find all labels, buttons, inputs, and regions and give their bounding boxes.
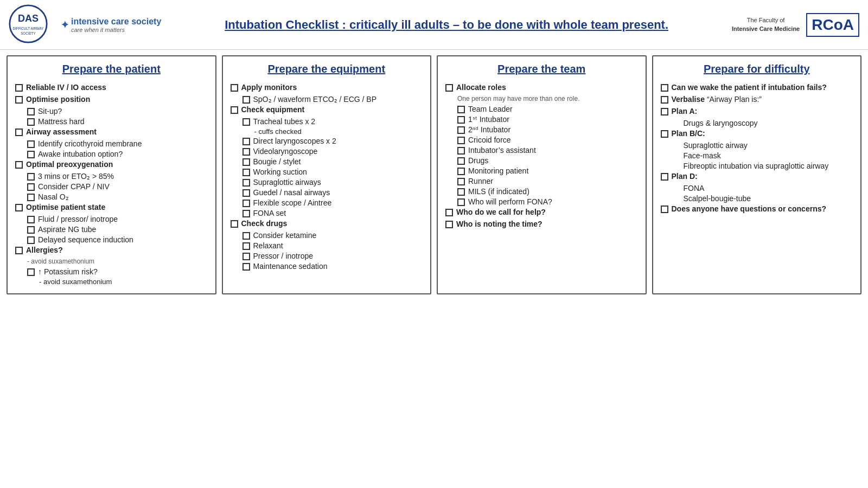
checkbox[interactable] [445, 209, 453, 216]
list-item: Who is noting the time? [445, 220, 638, 228]
list-item: Mattress hard [27, 117, 208, 126]
list-item: SpO₂ / waveform ETCO₂ / ECG / BP [242, 95, 423, 104]
item-note: - avoid suxamethonium [39, 278, 208, 286]
ics-logo: ✦ intensive care society care when it ma… [61, 17, 161, 33]
item-label: Bougie / stylet [253, 157, 301, 166]
item-label: Plan D: [672, 172, 698, 181]
list-item: ↑ Potassium risk? [27, 267, 208, 276]
checkbox[interactable] [661, 173, 668, 181]
svg-text:DIFFICULT AIRWAY: DIFFICULT AIRWAY [12, 27, 44, 30]
checkbox[interactable] [445, 84, 453, 92]
checkbox[interactable] [661, 130, 668, 138]
checkbox[interactable] [242, 253, 250, 260]
item-label: Sit-up? [38, 107, 62, 115]
checkbox[interactable] [27, 216, 35, 223]
checkbox[interactable] [242, 200, 250, 207]
checkbox[interactable] [15, 161, 23, 169]
section-box: Prepare the teamAllocate rolesOne person… [437, 55, 647, 294]
list-item: Supraglottic airways [242, 178, 423, 187]
checkbox[interactable] [457, 168, 465, 175]
list-item: Identify cricothyroid membrane [27, 139, 208, 148]
checkbox[interactable] [27, 173, 35, 181]
list-item: Runner [457, 177, 638, 185]
item-label: Delayed sequence induction [38, 235, 133, 244]
ics-icon: ✦ [61, 19, 69, 31]
checkbox[interactable] [15, 204, 23, 211]
item-label: Fluid / pressor/ inotrope [38, 215, 118, 223]
checkbox[interactable] [457, 137, 465, 144]
list-item: Fluid / pressor/ inotrope [27, 215, 208, 223]
list-item: Direct laryngoscopes x 2 [242, 137, 423, 145]
checkbox[interactable] [661, 108, 668, 115]
checkbox[interactable] [15, 96, 23, 104]
list-item-indent: - cuffs checked [254, 127, 423, 136]
checkbox[interactable] [661, 206, 668, 213]
rcoa-logo: RCoA [806, 13, 859, 37]
item-label: Face-mask [684, 151, 721, 160]
item-label: Consider ketamine [253, 231, 317, 240]
checkbox[interactable] [457, 116, 465, 124]
checkbox[interactable] [242, 169, 250, 176]
checkbox[interactable] [242, 138, 250, 145]
checkbox[interactable] [27, 183, 35, 191]
checkbox[interactable] [661, 84, 668, 92]
checkbox[interactable] [242, 96, 250, 104]
checkbox[interactable] [27, 226, 35, 234]
checkbox[interactable] [242, 118, 250, 126]
item-label: Intubator’s assistant [468, 146, 536, 155]
checkbox[interactable] [15, 129, 23, 136]
list-item: Relaxant [242, 241, 423, 250]
checkbox[interactable] [242, 232, 250, 240]
checkbox[interactable] [457, 147, 465, 155]
checkbox[interactable] [457, 178, 465, 185]
checkbox[interactable] [242, 242, 250, 250]
item-label: MILS (if indicated) [468, 187, 529, 196]
checkbox[interactable] [242, 148, 250, 156]
item-label: Runner [468, 177, 493, 185]
list-item: Sit-up? [27, 107, 208, 115]
checkbox[interactable] [27, 151, 35, 158]
list-item: Airway assessment [15, 127, 208, 136]
checkbox[interactable] [457, 188, 465, 196]
checkbox[interactable] [242, 179, 250, 187]
checkbox[interactable] [242, 210, 250, 217]
item-label: 2ⁿᵈ Intubator [468, 125, 510, 134]
ics-society-label: intensive care society [71, 17, 161, 27]
checkbox[interactable] [27, 118, 35, 126]
checkbox[interactable] [231, 84, 238, 92]
checkbox[interactable] [242, 189, 250, 197]
checkbox[interactable] [457, 198, 465, 206]
list-item: Nasal O₂ [27, 192, 208, 201]
checkbox[interactable] [661, 96, 668, 104]
section-title: Prepare the team [445, 63, 638, 75]
checkbox[interactable] [242, 263, 250, 271]
checkbox[interactable] [457, 126, 465, 134]
list-item: Drugs & laryngoscopy [673, 119, 853, 127]
list-item: Guedel / nasal airways [242, 188, 423, 197]
item-label: Who is noting the time? [456, 220, 542, 228]
item-label: Allocate roles [456, 83, 506, 92]
checkbox[interactable] [27, 140, 35, 148]
item-label: Videolaryngoscope [253, 147, 318, 156]
checkbox[interactable] [231, 106, 238, 114]
checkbox[interactable] [457, 157, 465, 165]
checkbox[interactable] [27, 268, 35, 276]
checkbox[interactable] [15, 84, 23, 92]
list-item: Awake intubation option? [27, 150, 208, 158]
item-label: Team Leader [468, 105, 513, 113]
item-label: Consider CPAP / NIV [38, 182, 110, 191]
item-label: Plan B/C: [672, 129, 705, 138]
checkbox[interactable] [15, 247, 23, 254]
checkbox[interactable] [242, 158, 250, 166]
checkbox[interactable] [27, 108, 35, 115]
item-note: - avoid suxamethonium [27, 258, 208, 265]
item-label: Flexible scope / Aintree [253, 198, 332, 207]
item-label: Scalpel-bougie-tube [684, 194, 751, 203]
checkbox[interactable] [27, 194, 35, 201]
checkbox[interactable] [27, 236, 35, 244]
section-box: Prepare for difficultyCan we wake the pa… [652, 55, 862, 294]
list-item: Plan B/C: [661, 129, 853, 138]
checkbox[interactable] [457, 106, 465, 113]
checkbox[interactable] [231, 220, 238, 228]
checkbox[interactable] [445, 221, 453, 228]
